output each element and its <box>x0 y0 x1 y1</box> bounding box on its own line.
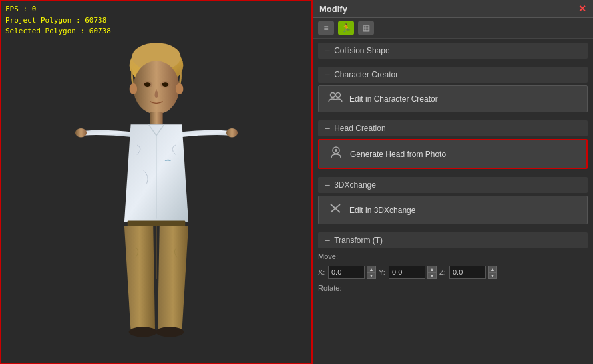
rotate-label: Rotate: <box>318 284 338 292</box>
move-x-spinner[interactable]: ▲ ▼ <box>367 266 376 279</box>
character-svg <box>43 30 270 363</box>
move-y-label: Y: <box>379 268 387 276</box>
section-transform-header: − Transform (T) <box>318 232 588 248</box>
character-creator-icon <box>328 91 343 106</box>
panel-header: Modify ✕ <box>313 0 593 18</box>
svg-point-16 <box>156 327 184 337</box>
svg-point-2 <box>133 61 179 114</box>
move-x-group: X: ▲ ▼ <box>318 266 376 279</box>
close-button[interactable]: ✕ <box>578 3 586 14</box>
move-y-down[interactable]: ▼ <box>427 272 437 279</box>
generate-head-label: Generate Head from Photo <box>350 150 446 159</box>
svg-rect-9 <box>150 112 162 124</box>
edit-3dxchange-button[interactable]: Edit in 3DXchange <box>318 196 588 224</box>
section-head-creation-header: − Head Creation <box>318 120 588 136</box>
section-3dxchange-header: − 3DXchange <box>318 177 588 193</box>
3dxchange-icon <box>328 202 343 218</box>
panel-title: Modify <box>319 4 347 14</box>
right-panel: Modify ✕ ≡ 🏃 ▦ − Collision Shape − Chara… <box>313 0 593 364</box>
svg-point-20 <box>335 149 337 152</box>
panel-content: − Collision Shape − Character Creator Ed… <box>313 39 593 364</box>
section-character-creator-header: − Character Creator <box>318 67 588 83</box>
generate-head-button[interactable]: Generate Head from Photo <box>318 139 588 169</box>
move-z-spinner[interactable]: ▲ ▼ <box>488 266 497 279</box>
svg-point-17 <box>331 93 335 98</box>
edit-character-creator-label: Edit in Character Creator <box>349 94 438 104</box>
edit-character-creator-button[interactable]: Edit in Character Creator <box>318 85 588 112</box>
move-z-up[interactable]: ▲ <box>488 266 497 272</box>
3d-viewport: FPS : 0 Project Polygon : 60738 Selected… <box>0 0 313 364</box>
move-z-group: Z: ▲ ▼ <box>439 266 497 279</box>
tab-checker[interactable]: ▦ <box>358 21 374 35</box>
svg-point-7 <box>130 83 138 94</box>
svg-point-15 <box>129 327 157 337</box>
transform-rotate-row: Rotate: <box>318 283 588 293</box>
svg-point-5 <box>144 82 151 87</box>
move-z-label: Z: <box>439 268 447 276</box>
svg-rect-13 <box>128 221 186 226</box>
move-y-spinner[interactable]: ▲ ▼ <box>427 266 437 279</box>
edit-3dxchange-label: Edit in 3DXchange <box>349 206 415 215</box>
svg-point-18 <box>336 93 341 98</box>
move-x-label: X: <box>318 268 326 276</box>
svg-point-11 <box>226 128 238 137</box>
character-figure <box>1 1 311 363</box>
section-collision: − Collision Shape <box>318 43 588 59</box>
move-z-input[interactable] <box>449 266 486 279</box>
svg-point-8 <box>176 83 184 94</box>
move-y-up[interactable]: ▲ <box>427 266 437 272</box>
tab-sliders[interactable]: ≡ <box>318 21 334 35</box>
panel-tabs: ≡ 🏃 ▦ <box>313 18 593 39</box>
svg-point-12 <box>75 128 87 137</box>
move-x-up[interactable]: ▲ <box>367 266 376 272</box>
move-y-group: Y: ▲ ▼ <box>379 266 437 279</box>
generate-head-icon <box>329 146 343 162</box>
transform-move-row: Move: <box>318 251 588 262</box>
tab-figure[interactable]: 🏃 <box>338 21 354 35</box>
transform-move-inputs: X: ▲ ▼ Y: ▲ ▼ Z: ▲ ▼ <box>318 264 588 280</box>
svg-point-6 <box>162 82 169 87</box>
move-z-down[interactable]: ▼ <box>488 272 497 279</box>
move-x-input[interactable] <box>328 266 365 279</box>
move-y-input[interactable] <box>389 266 425 279</box>
move-label: Move: <box>318 252 338 260</box>
move-x-down[interactable]: ▼ <box>367 272 376 279</box>
